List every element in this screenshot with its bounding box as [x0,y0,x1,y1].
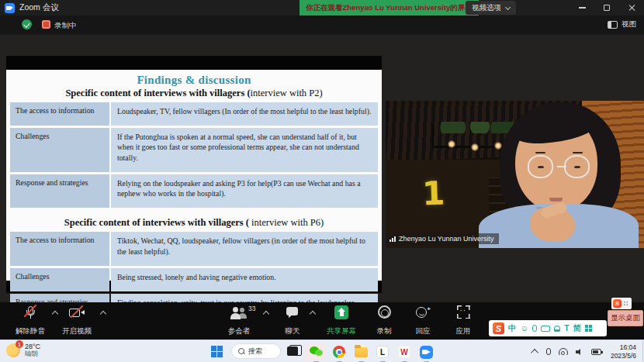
camera-muted-icon [68,305,85,321]
participant-name: Zhenyao Lu Yunnan University [399,235,493,243]
view-button[interactable]: 视图 [608,19,636,29]
participants-icon: 33 [230,305,248,321]
share-banner-text: 你正在观看Zhenyao Lu Yunnan University的屏幕 [306,3,473,13]
sogou-floating-icon[interactable]: S [611,298,632,309]
minimize-button[interactable] [570,0,594,16]
volume-icon[interactable] [576,348,583,356]
taskbar-file-explorer[interactable] [351,343,371,360]
slide-subtitle-p6: Specific content of interviews with vill… [10,217,378,229]
tray-mic-icon[interactable] [546,348,551,355]
table-row-label: The access to information [10,102,109,126]
recording-indicator-icon[interactable] [42,20,50,29]
record-label: 录制 [377,326,392,336]
mic-muted-icon [23,305,37,321]
zoom-logo-icon [5,3,15,13]
sogou-mic-icon[interactable] [532,325,537,332]
table-row-label: Challenges [10,268,109,291]
taskbar-search[interactable]: 搜索 [231,343,281,359]
table-row-label: Challenges [10,128,109,172]
participants-button[interactable]: 33 参会者 [223,305,254,336]
zoom-meeting-window: Zoom 会议 你正在观看Zhenyao Lu Yunnan Universit… [0,0,644,362]
start-video-button[interactable]: 开启视频 [59,305,95,336]
sogou-toolbox-icon[interactable] [585,325,592,332]
drag-dots-icon [623,301,628,306]
subtitle-normal: interview with P2) [251,88,323,98]
taskbar-chrome[interactable] [329,343,349,360]
chat-label: 聊天 [286,326,300,336]
person-glasses-bridge [557,166,566,167]
sogou-logo-icon: S [493,322,504,334]
table-row-label: Response and strategies [10,174,109,208]
system-tray: 16:04 2023/5/6 [533,340,644,362]
windows-taskbar: 1 28°C 晴朗 搜索 L W [0,340,644,362]
view-label: 视图 [621,19,636,29]
minimize-icon [579,7,586,9]
table-row-content: Tiktok, Wechat, QQ, loudspeaker, fellow … [111,232,378,265]
encryption-shield-icon[interactable] [22,19,32,29]
taskbar-app-l[interactable]: L [372,343,393,360]
record-icon [378,305,391,319]
person-eyebrow [535,152,545,154]
smiley-icon[interactable]: ☺ [521,324,529,333]
taskbar-zoom[interactable] [416,343,436,360]
chat-chevron-icon[interactable] [310,311,316,317]
apps-label: 应用 [456,326,471,336]
chat-icon [286,305,299,321]
person-eye [574,166,580,169]
apps-button[interactable]: 应用 [450,305,476,336]
taskbar-wps[interactable]: W [394,343,414,360]
share-screen-button[interactable]: 共享屏幕 [322,305,361,336]
main-content: Findings & discussion Specific content o… [0,35,644,302]
record-button[interactable]: 录制 [371,305,397,336]
sogou-account-icon[interactable] [554,326,560,332]
weather-widget[interactable]: 1 28°C 晴朗 [6,343,40,358]
folder-icon [355,347,368,357]
tray-expand-icon[interactable] [531,349,538,357]
slide-subtitle-p2: Specific content of interviews with vill… [10,88,378,99]
zoom-app-icon [420,346,433,359]
meeting-info-bar: 录制中 视图 [0,16,644,35]
participant-video[interactable]: 1 Zhenyao Lu Yunnan University [386,101,644,248]
video-chevron-icon[interactable] [100,311,106,317]
wifi-icon[interactable] [559,348,568,355]
battery-icon[interactable] [591,349,601,355]
clock-date: 2023/5/6 [611,352,636,360]
notification-badge: 1 [16,340,23,348]
start-video-label: 开启视频 [62,326,92,336]
taskbar-clock[interactable]: 16:04 2023/5/6 [611,343,636,360]
sogou-input-bar[interactable]: S 中 ☺ T 简 [489,320,607,336]
unmute-chevron-icon[interactable] [52,311,58,317]
video-bg-light [471,143,479,151]
close-button[interactable] [619,0,644,16]
app-title: Zoom 会议 [19,2,59,13]
show-desktop-button[interactable]: 显示桌面 [608,310,643,326]
sogou-simplified-toggle[interactable]: 简 [573,324,582,333]
sogou-lang-toggle[interactable]: 中 [508,324,517,333]
reactions-button[interactable]: + 回应 [410,305,436,336]
person-eyebrow [573,152,583,154]
screen-share-banner: 你正在观看Zhenyao Lu Yunnan University的屏幕 [299,0,479,16]
taskbar-wechat[interactable] [306,343,326,360]
table-row-label: The access to information [10,232,109,265]
sogou-skin-icon[interactable]: T [564,324,569,333]
table-row-content: Loudspeaker, TV, fellow villagers (In or… [111,102,378,126]
wps-icon: W [398,346,410,358]
search-label: 搜索 [248,346,262,357]
video-options-button[interactable]: 视频选项 [466,1,516,15]
maximize-button[interactable] [594,0,619,16]
sogou-logo-icon: S [613,299,621,308]
task-view-button[interactable] [287,346,298,356]
interview-table-p2: The access to information Loudspeaker, T… [10,102,378,208]
participants-chevron-icon[interactable] [263,311,269,317]
close-icon [628,4,635,12]
presentation-slide: Findings & discussion Specific content o… [6,70,382,281]
share-screen-icon [334,305,348,319]
sogou-keyboard-icon[interactable] [541,326,550,332]
start-button[interactable] [211,346,223,357]
chat-button[interactable]: 聊天 [281,305,304,336]
participants-count: 33 [248,305,255,312]
window-controls [570,0,644,16]
table-row-content: Relying on the loudspeaker and asking P3… [111,174,378,208]
unmute-button[interactable]: 解除静音 [12,305,48,336]
slide-title: Findings & discussion [10,74,378,87]
